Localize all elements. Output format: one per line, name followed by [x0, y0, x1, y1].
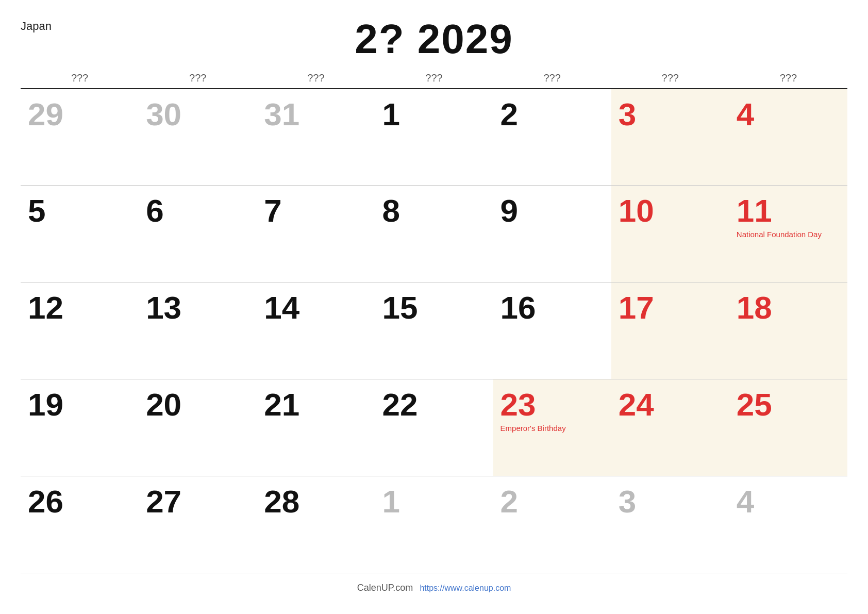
day-number: 4: [737, 486, 840, 518]
day-number: 2: [500, 98, 604, 130]
day-number: 27: [146, 486, 249, 518]
day-number: 25: [737, 389, 840, 421]
day-number: 29: [28, 98, 131, 130]
day-cell-4-4: 2: [493, 476, 611, 573]
day-number: 11: [737, 195, 840, 227]
day-cell-4-2: 28: [257, 476, 375, 573]
day-number: 26: [28, 486, 131, 518]
weekday-header-2: ???: [257, 68, 375, 89]
day-number: 18: [737, 292, 840, 324]
month-title: 2? 2029: [355, 15, 513, 63]
weekday-header-6: ???: [729, 68, 847, 89]
day-cell-3-5: 24: [611, 379, 729, 476]
day-cell-0-4: 2: [493, 89, 611, 186]
week-row-3: 1920212223Emperor's Birthday2425: [21, 379, 847, 476]
day-cell-1-1: 6: [139, 186, 257, 283]
holiday-label: Emperor's Birthday: [500, 424, 604, 433]
day-number: 19: [28, 389, 131, 421]
weekday-header-0: ???: [21, 68, 139, 89]
week-row-4: 2627281234: [21, 476, 847, 573]
day-cell-1-6: 11National Foundation Day: [729, 186, 847, 283]
day-cell-0-6: 4: [729, 89, 847, 186]
day-number: 7: [264, 195, 368, 227]
day-cell-0-3: 1: [375, 89, 493, 186]
day-number: 1: [382, 486, 486, 518]
day-cell-0-5: 3: [611, 89, 729, 186]
day-number: 17: [619, 292, 722, 324]
day-number: 4: [737, 98, 840, 130]
day-cell-2-2: 14: [257, 283, 375, 379]
day-cell-2-4: 16: [493, 283, 611, 379]
day-cell-2-3: 15: [375, 283, 493, 379]
day-cell-0-1: 30: [139, 89, 257, 186]
day-cell-1-4: 9: [493, 186, 611, 283]
day-cell-0-0: 29: [21, 89, 139, 186]
day-number: 10: [619, 195, 722, 227]
day-number: 22: [382, 389, 486, 421]
day-cell-3-4: 23Emperor's Birthday: [493, 379, 611, 476]
week-row-0: 2930311234: [21, 89, 847, 186]
day-number: 31: [264, 98, 368, 130]
day-number: 9: [500, 195, 604, 227]
day-number: 20: [146, 389, 249, 421]
day-cell-4-1: 27: [139, 476, 257, 573]
day-number: 23: [500, 389, 604, 421]
day-cell-3-2: 21: [257, 379, 375, 476]
day-cell-2-0: 12: [21, 283, 139, 379]
day-number: 3: [619, 486, 722, 518]
week-row-1: 567891011National Foundation Day: [21, 186, 847, 283]
weekday-header-3: ???: [375, 68, 493, 89]
day-cell-1-3: 8: [375, 186, 493, 283]
day-cell-1-0: 5: [21, 186, 139, 283]
day-number: 16: [500, 292, 604, 324]
day-number: 8: [382, 195, 486, 227]
day-cell-2-5: 17: [611, 283, 729, 379]
day-cell-4-3: 1: [375, 476, 493, 573]
day-cell-4-0: 26: [21, 476, 139, 573]
weekday-header-5: ???: [611, 68, 729, 89]
day-number: 24: [619, 389, 722, 421]
day-cell-3-0: 19: [21, 379, 139, 476]
day-number: 30: [146, 98, 249, 130]
day-cell-1-5: 10: [611, 186, 729, 283]
day-number: 3: [619, 98, 722, 130]
holiday-label: National Foundation Day: [737, 230, 840, 239]
day-cell-4-5: 3: [611, 476, 729, 573]
day-cell-0-2: 31: [257, 89, 375, 186]
day-number: 14: [264, 292, 368, 324]
day-number: 12: [28, 292, 131, 324]
day-number: 6: [146, 195, 249, 227]
day-cell-3-1: 20: [139, 379, 257, 476]
footer-url[interactable]: https://www.calenup.com: [420, 584, 511, 592]
day-number: 28: [264, 486, 368, 518]
calendar-body: 2930311234567891011National Foundation D…: [21, 89, 847, 573]
day-number: 1: [382, 98, 486, 130]
header: Japan 2? 2029: [21, 15, 847, 63]
day-number: 21: [264, 389, 368, 421]
day-number: 15: [382, 292, 486, 324]
weekday-header-4: ???: [493, 68, 611, 89]
footer: CalenUP.com https://www.calenup.com: [21, 583, 847, 593]
weekday-header-1: ???: [139, 68, 257, 89]
day-number: 13: [146, 292, 249, 324]
calendar-table: ????????????????????? 293031123456789101…: [21, 68, 847, 573]
day-cell-1-2: 7: [257, 186, 375, 283]
week-row-2: 12131415161718: [21, 283, 847, 379]
day-cell-2-6: 18: [729, 283, 847, 379]
day-number: 2: [500, 486, 604, 518]
day-cell-3-3: 22: [375, 379, 493, 476]
day-cell-3-6: 25: [729, 379, 847, 476]
country-label: Japan: [21, 20, 52, 33]
day-number: 5: [28, 195, 131, 227]
day-cell-4-6: 4: [729, 476, 847, 573]
day-cell-2-1: 13: [139, 283, 257, 379]
footer-brand: CalenUP.com: [357, 583, 413, 593]
weekday-row: ?????????????????????: [21, 68, 847, 89]
